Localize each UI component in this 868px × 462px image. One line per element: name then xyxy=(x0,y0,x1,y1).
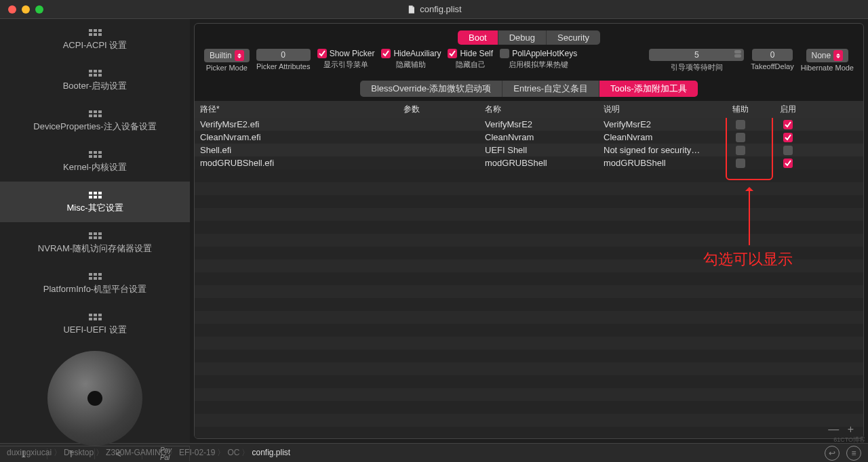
table-row[interactable]: Shell.efi UEFI Shell Not signed for secu… xyxy=(195,144,863,156)
sidebar-item-label: Booter-启动设置 xyxy=(63,80,127,92)
main-panel: BootDebugSecurity Builtin Picker Mode 0 … xyxy=(194,23,864,439)
col-aux[interactable]: 辅助 xyxy=(717,102,764,117)
breadcrumb-item[interactable]: Desktop xyxy=(64,448,94,457)
undo-icon[interactable]: ↩ xyxy=(825,446,840,461)
sub-tab[interactable]: Tools-添加附加工具 xyxy=(599,81,698,97)
sidebar-item[interactable]: UEFI-UEFI 设置 xyxy=(0,303,190,344)
breadcrumb-item[interactable]: config.plist xyxy=(252,448,290,457)
annotation-arrow-line xyxy=(749,191,750,245)
top-tab[interactable]: Boot xyxy=(458,30,498,45)
picker-mode-dropdown[interactable]: Builtin xyxy=(204,49,250,62)
sidebar-item-label: Kernel-内核设置 xyxy=(63,161,127,173)
picker-attributes-input[interactable]: 0 xyxy=(256,49,311,61)
hide-self-title: Hide Self xyxy=(460,49,493,58)
sidebar-item-label: DeviceProperties-注入设备设置 xyxy=(33,121,156,133)
sidebar-item[interactable]: Kernel-内核设置 xyxy=(0,141,190,182)
cell-enable xyxy=(764,120,812,129)
poll-apple-checkbox[interactable] xyxy=(500,49,509,58)
sidebar-item-label: UEFI-UEFI 设置 xyxy=(63,324,126,336)
picker-mode-label: Picker Mode xyxy=(206,64,248,72)
table-row[interactable]: CleanNvram.efi CleanNvram CleanNvram xyxy=(195,131,863,144)
breadcrumb[interactable]: duxingxiucai〉Desktop〉Z390M-GAMING〉EFI-02… xyxy=(7,447,290,459)
breadcrumb-item[interactable]: Z390M-GAMING xyxy=(106,448,167,457)
close-window-icon[interactable] xyxy=(8,5,16,14)
list-icon xyxy=(88,231,102,240)
poll-apple-title: PollAppleHotKeys xyxy=(512,49,577,58)
sidebar-item[interactable]: Booter-启动设置 xyxy=(0,60,190,100)
checkbox-on[interactable] xyxy=(783,120,793,129)
hide-auxiliary-sub: 隐藏辅助 xyxy=(396,60,426,70)
chevron-right-icon: 〉 xyxy=(52,448,64,457)
traffic-lights xyxy=(0,5,43,14)
list-icon[interactable]: ≡ xyxy=(846,446,861,461)
checkbox-off[interactable] xyxy=(736,133,745,142)
cell-desc: CleanNvram xyxy=(598,132,717,142)
col-enable[interactable]: 启用 xyxy=(764,102,812,117)
table-row[interactable]: modGRUBShell.efi modGRUBShell modGRUBShe… xyxy=(195,156,863,169)
hide-self-sub: 隐藏自己 xyxy=(456,60,486,70)
add-remove-buttons[interactable]: — + xyxy=(828,423,856,436)
sidebar-item[interactable]: DeviceProperties-注入设备设置 xyxy=(0,100,190,141)
checkbox-off[interactable] xyxy=(736,146,745,155)
controls-row: Builtin Picker Mode 0 Picker Attributes … xyxy=(195,49,863,78)
chevron-right-icon: 〉 xyxy=(215,448,227,457)
col-path[interactable]: 路径* xyxy=(195,102,398,117)
col-desc[interactable]: 说明 xyxy=(598,102,717,117)
hibernate-mode-label: Hibernate Mode xyxy=(801,64,854,72)
minimize-window-icon[interactable] xyxy=(22,5,30,14)
chevron-right-icon: 〉 xyxy=(239,448,252,457)
checkbox-on[interactable] xyxy=(783,159,793,168)
wait-time-label: 引导项等待时间 xyxy=(671,62,723,72)
show-picker-checkbox[interactable] xyxy=(317,49,327,58)
top-tab[interactable]: Debug xyxy=(498,30,547,45)
sidebar-item[interactable]: PlatformInfo-机型平台设置 xyxy=(0,263,190,303)
list-icon xyxy=(88,68,102,78)
breadcrumb-item[interactable]: EFI-02-19 xyxy=(179,448,215,457)
list-icon xyxy=(88,312,102,322)
table-row[interactable]: VerifyMsrE2.efi VerifyMsrE2 VerifyMsrE2 xyxy=(195,118,863,131)
sidebar-item[interactable]: NVRAM-随机访问存储器设置 xyxy=(0,222,190,263)
chevron-updown-icon xyxy=(833,50,843,61)
checkbox-off[interactable] xyxy=(783,146,793,155)
checkbox-off[interactable] xyxy=(736,159,745,168)
hide-self-checkbox[interactable] xyxy=(448,49,457,58)
top-tab[interactable]: Security xyxy=(547,30,600,45)
takeoff-delay-input[interactable]: 0 xyxy=(752,49,793,61)
col-params[interactable]: 参数 xyxy=(398,102,479,117)
cell-path: VerifyMsrE2.efi xyxy=(195,119,398,129)
sidebar-item[interactable]: Misc-其它设置 xyxy=(0,182,190,222)
breadcrumb-item[interactable]: OC xyxy=(227,448,239,457)
hibernate-mode-dropdown[interactable]: None xyxy=(806,49,849,62)
sub-tab[interactable]: Entries-自定义条目 xyxy=(502,81,599,97)
sidebar-item[interactable]: ACPI-ACPI 设置 xyxy=(0,19,190,60)
wait-time-input[interactable]: 5 xyxy=(649,49,744,61)
checkbox-on[interactable] xyxy=(783,133,793,142)
jog-dial[interactable] xyxy=(47,351,142,446)
cell-desc: Not signed for security… xyxy=(598,145,717,155)
zoom-window-icon[interactable] xyxy=(35,5,43,14)
list-icon xyxy=(88,150,102,159)
col-name[interactable]: 名称 xyxy=(479,102,598,117)
cell-aux xyxy=(717,146,764,155)
breadcrumb-item[interactable]: duxingxiucai xyxy=(7,448,52,457)
sidebar-item-label: NVRAM-随机访问存储器设置 xyxy=(38,243,152,255)
sub-tab[interactable]: BlessOverride-添加微软启动项 xyxy=(360,81,502,97)
cell-path: CleanNvram.efi xyxy=(195,132,398,142)
dial-wrap xyxy=(0,344,190,446)
hide-auxiliary-checkbox[interactable] xyxy=(381,49,391,58)
show-picker-sub: 显示引导菜单 xyxy=(323,60,368,70)
annotation-arrow-head xyxy=(745,183,753,191)
cell-aux xyxy=(717,133,764,142)
table-area: VerifyMsrE2.efi VerifyMsrE2 VerifyMsrE2 … xyxy=(195,118,863,438)
cell-name: UEFI Shell xyxy=(479,145,598,155)
list-icon xyxy=(88,28,102,37)
cell-name: VerifyMsrE2 xyxy=(479,119,598,129)
chevron-updown-icon xyxy=(235,50,244,61)
cell-enable xyxy=(764,146,812,155)
cell-path: Shell.efi xyxy=(195,145,398,155)
checkbox-off[interactable] xyxy=(736,120,745,129)
sub-tabs: BlessOverride-添加微软启动项Entries-自定义条目Tools-… xyxy=(195,78,863,101)
picker-attributes-label: Picker Attributes xyxy=(256,62,310,70)
watermark: 61CTO博客 xyxy=(833,436,865,444)
window-titlebar: config.plist xyxy=(0,0,868,19)
